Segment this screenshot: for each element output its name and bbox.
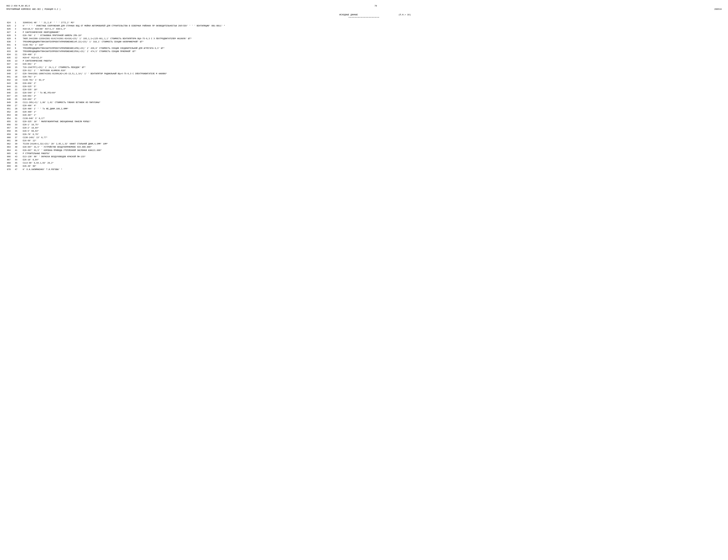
row-content: С130-761' 1' 92,4*: [22, 79, 722, 82]
row-seq: 8: [14, 43, 22, 47]
row-content: С130-761' 1' 119*: [22, 43, 722, 47]
row-id: 858: [6, 130, 14, 133]
row-content: С130-1491' 13' 0,77*: [22, 136, 722, 139]
row-content: Е20-691' 2*: [22, 95, 722, 98]
row-seq: 38: [14, 139, 22, 142]
table-row: 84623Е20-549' 1' ' То ЖЕ,УП1=04*: [6, 91, 722, 95]
row-content: С114-98' 0,84.1,03' 29,2*: [22, 162, 722, 165]
table-row: 83411Е20-468' 1*: [6, 53, 722, 56]
row-id: 868: [6, 162, 14, 165]
row-content: Р СТРОИТЕЛЬНЫЕ РАБОТЫ*: [22, 152, 722, 155]
row-seq: 26: [14, 101, 22, 104]
table-row: 8241Э2005341 Н8' ' ' 21,2,0' ' ' ' 2772,…: [6, 21, 722, 24]
table-row: 86441Е20-697' 91,5' ' КОРОБКА ПРИВОДА УТ…: [6, 149, 722, 152]
row-id: 863: [6, 146, 14, 149]
row-content: ТАОП.34#2308-1193#1501-01417#1501-01410(…: [22, 37, 722, 40]
row-id: 861: [6, 139, 14, 142]
row-content: ТС159-241#К=1,32(=23)' 20' 2,85,1,32' КА…: [22, 142, 722, 146]
table-row: 83310ТРЕКОМЕНДАЦИЯ#ГПИ#САНТЕХПРОЕКТ#ПРИЛ…: [6, 50, 722, 53]
row-content: ТРЕКОМЕНДАЦИЯ#ГПИ#САНТЕХПРОЕКТ#ПРИЛОЖЕНИ…: [22, 40, 722, 43]
section-underline: ====================: [6, 16, 722, 19]
table-row: 85229Е20-489' 1*: [6, 111, 722, 114]
row-content: Е20-325' 10' ' МАЛОГАБАРИТНЫЕ ЭЖЕКЦИОННЫ…: [22, 120, 722, 123]
row-content: С111-285(=3)' 1,86' 1,61' СТОИМОСТЬ ГИБК…: [22, 101, 722, 104]
table-row: 85027Е20-486' 4*: [6, 104, 722, 107]
row-content: Е20-692' 2*: [22, 98, 722, 101]
row-content: Е20-5' 60,63*: [22, 130, 722, 133]
table-row: 84522Е20-535' 10*: [6, 88, 722, 91]
row-content: Е20-697' 91,5' ' КОРОБКА ПРИВОДА УТЕПЛЕН…: [22, 149, 722, 152]
row-content: Е26-49' 90*: [22, 165, 722, 168]
row-seq: 5: [14, 34, 22, 37]
row-content: Р САНТЕХНИЧЕСКОЕ ОБОРУДОВАНИЕ*: [22, 31, 722, 34]
row-seq: 14: [14, 63, 22, 66]
table-row: 83613Р САНТЕХНИЧЕСКИЕ РАБОТЫ*: [6, 59, 722, 63]
table-row: 8307ТРЕКОМЕНДАЦИЯ#ГПИ#САНТЕХПРОЕКТ#ПРИЛО…: [6, 40, 722, 43]
row-id: 835: [6, 56, 14, 59]
row-content: Е20-697' 31,5' ' УСТРОЙСТВО ВОЗДУХОПРИЕМ…: [22, 146, 722, 149]
row-seq: 2: [14, 24, 22, 28]
row-seq: 22: [14, 88, 22, 91]
row-seq: 21: [14, 85, 22, 88]
row-content: Е20-661' 1*: [22, 63, 722, 66]
row-content: К' О.А.ХАЛИМАЕНКО' Т.И.РОГОВА' *: [22, 168, 722, 171]
row-id: 832: [6, 47, 14, 50]
row-seq: 33: [14, 123, 22, 126]
table-row: 84118Е20-761' 1*: [6, 75, 722, 79]
row-seq: 19: [14, 79, 22, 82]
row-content: Е16-69' 12*: [22, 139, 722, 142]
doc-ref: 902-2-458 М,88 АЛ,8: [6, 5, 30, 7]
table-row: 84017Е20-704#1501-10067#1501-01399(А2+(4…: [6, 72, 722, 75]
row-id: 826: [6, 28, 14, 31]
row-seq: 1: [14, 21, 22, 24]
table-row: 8274Р САНТЕХНИЧЕСКОЕ ОБОРУДОВАНИЕ*: [6, 31, 722, 34]
table-row: 83916Е20-311' 1' ' ПАТРУБОК А14М036.010*: [6, 69, 722, 72]
table-row: 8318С130-761' 1' 119*: [6, 43, 722, 47]
table-row: 8263Н10=16,5' Н16=80' Н37=1,4' Н38=1,4*: [6, 28, 722, 31]
row-id: 838: [6, 66, 14, 69]
row-seq: 28: [14, 107, 22, 111]
row-id: 870: [6, 168, 14, 171]
row-seq: 16: [14, 69, 22, 72]
row-content: К' ' ' ' ' ОЧИСТНЫЕ СООРУЖЕНИЯ ДЛЯ СТОЧН…: [22, 24, 722, 28]
row-seq: 34: [14, 126, 22, 130]
row-content: Е20-486' 1' ' ' То ЖЕ,ДИАМ.108,2,8ММ*: [22, 107, 722, 111]
table-row: 86239ТС159-241#К=1,32(=23)' 20' 2,85,1,3…: [6, 142, 722, 146]
section-title-text: ИСХОДНЫЕ ДАННЫЕ (П.Н.= 16): [317, 14, 411, 16]
table-row: 83815Т19-13#СТР7(=23)' 1' 24,1,1' СТОИМО…: [6, 66, 722, 69]
row-seq: 37: [14, 136, 22, 139]
row-seq: 27: [14, 104, 22, 107]
row-seq: 42: [14, 152, 22, 155]
row-id: 841: [6, 75, 14, 79]
row-id: 866: [6, 155, 14, 158]
row-id: 828: [6, 34, 14, 37]
row-seq: 23: [14, 91, 22, 95]
row-content: Е20-407' 1*: [22, 114, 722, 117]
row-content: ТРЕКОМЕНДАЦИЯ#ГПИ#САНТЕХПРОЕКТ#ПРИЛОЖЕНИ…: [22, 47, 722, 50]
row-seq: 15: [14, 66, 22, 69]
row-id: 867: [6, 158, 14, 162]
row-id: 860: [6, 136, 14, 139]
table-row: 84926С111-285(=3)' 1,86' 1,61' СТОИМОСТЬ…: [6, 101, 722, 104]
row-seq: 7: [14, 40, 22, 43]
row-id: 833: [6, 50, 14, 53]
row-content: Е20-489' 1*: [22, 111, 722, 114]
table-row: 86643Е13-138' 90' ' ОКРАСКА ВОЗДУХОВОДОВ…: [6, 155, 722, 158]
row-id: 857: [6, 126, 14, 130]
row-id: 851: [6, 107, 14, 111]
row-seq: 43: [14, 155, 22, 158]
row-content: Е13-138' 90' ' ОКРАСКА ВОЗДУХОВОДОВ КРАС…: [22, 155, 722, 158]
row-content: Н10=16,5' Н16=80' Н37=1,4' Н38=1,4*: [22, 28, 722, 31]
row-id: 865: [6, 152, 14, 155]
page-number: 70: [375, 5, 377, 7]
row-id: 848: [6, 98, 14, 101]
row-id: 825: [6, 24, 14, 28]
row-seq: 36: [14, 133, 22, 136]
header-line2: ПРОГРАММНЫЙ КОМПЛЕКС АВС-ЗЕС ( РЕАКЦИЯ 6…: [6, 8, 722, 10]
table-row: 8329ТРЕКОМЕНДАЦИЯ#ГПИ#САНТЕХПРОЕКТ#ПРИЛО…: [6, 47, 722, 50]
row-id: 836: [6, 59, 14, 63]
table-row: 84320Е20-656' 2*: [6, 82, 722, 85]
table-row: 8296ТАОП.34#2308-1193#1501-01417#1501-01…: [6, 37, 722, 40]
row-content: Е26-16' 0,84*: [22, 158, 722, 162]
row-id: 847: [6, 95, 14, 98]
